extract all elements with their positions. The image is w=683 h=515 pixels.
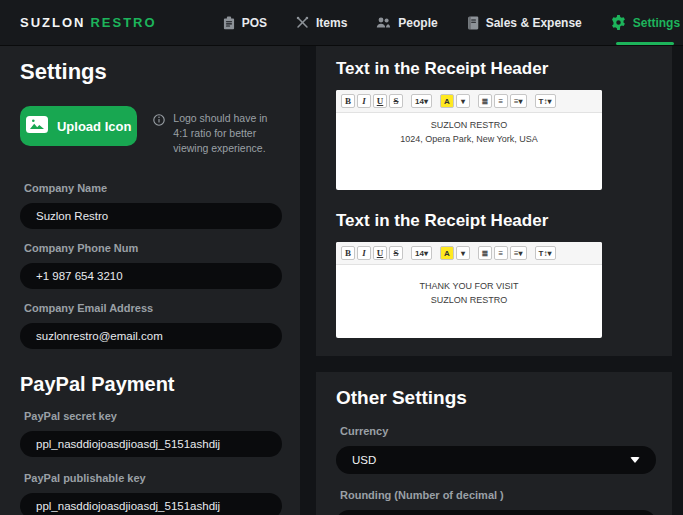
ordered-list-button[interactable]: ≣ [478, 246, 492, 260]
nav-item-pos[interactable]: POS [223, 0, 267, 45]
company-phone-input[interactable] [20, 263, 282, 289]
strikethrough-button[interactable]: S [389, 94, 403, 108]
align-button[interactable]: ≡▾ [510, 246, 527, 260]
nav-item-label: Items [316, 16, 347, 30]
bullet-list-button[interactable]: ≡ [494, 94, 508, 108]
gear-icon [611, 15, 626, 30]
currency-value: USD [352, 454, 376, 466]
receipt-line: THANK YOU FOR VISIT [336, 280, 602, 294]
settings-panel: Settings Upload Icon Logo should have in… [0, 46, 300, 515]
paypal-publishable-key-input[interactable] [20, 493, 282, 515]
company-name-input[interactable] [20, 203, 282, 229]
paypal-secret-key-input[interactable] [20, 431, 282, 457]
currency-label: Currency [336, 425, 652, 438]
top-navbar: SUZLONRESTRO POS Items People [0, 0, 683, 46]
image-icon [26, 116, 48, 136]
underline-button[interactable]: U [373, 246, 387, 260]
nav-item-label: Sales & Expense [486, 16, 582, 30]
receipt-header-content[interactable]: SUZLON RESTRO 1024, Opera Park, New York… [336, 113, 602, 146]
brand-name-primary: SUZLON [20, 15, 85, 30]
clipboard-icon [223, 16, 235, 30]
font-size-button[interactable]: 14▾ [411, 246, 432, 260]
app-window: SUZLONRESTRO POS Items People [0, 0, 683, 515]
people-icon [376, 16, 391, 29]
chevron-down-icon [630, 457, 640, 463]
paypal-secret-key-label: PayPal secret key [20, 410, 282, 423]
text-color-button[interactable]: A [440, 246, 454, 260]
strikethrough-button[interactable]: S [389, 246, 403, 260]
logo-hint: Logo should have in 4:1 ratio for better… [153, 111, 282, 156]
font-size-button[interactable]: 14▾ [411, 94, 432, 108]
text-color-button[interactable]: A [440, 94, 454, 108]
brand-logo[interactable]: SUZLONRESTRO [0, 15, 157, 30]
utensils-icon [296, 16, 309, 29]
editor-toolbar: B I U S 14▾ A ▾ ≣ ≡ ≡▾ T↕▾ [336, 242, 602, 265]
receipt-line: 1024, Opera Park, New York, USA [336, 133, 602, 147]
main-navigation: POS Items People Sales & Expense [223, 0, 683, 45]
receipt-footer-title: Text in the Receipt Header [336, 210, 652, 232]
other-settings-title: Other Settings [336, 386, 652, 410]
text-style-button[interactable]: T↕▾ [535, 246, 556, 260]
receipt-line: SUZLON RESTRO [336, 119, 602, 133]
receipt-text-card: Text in the Receipt Header B I U S 14▾ A… [316, 46, 672, 356]
page-title: Settings [20, 58, 282, 86]
info-icon [153, 112, 165, 156]
editor-toolbar: B I U S 14▾ A ▾ ≣ ≡ ≡▾ T↕▾ [336, 90, 602, 113]
bold-button[interactable]: B [341, 94, 355, 108]
receipt-header-title: Text in the Receipt Header [336, 58, 652, 80]
receipt-footer-content[interactable]: THANK YOU FOR VISIT SUZLON RESTRO [336, 265, 602, 307]
receipt-footer-editor: B I U S 14▾ A ▾ ≣ ≡ ≡▾ T↕▾ THANK YOU FOR… [336, 242, 602, 338]
company-email-label: Company Email Address [20, 302, 282, 315]
nav-item-people[interactable]: People [376, 0, 437, 45]
rounding-input[interactable] [336, 510, 656, 515]
company-name-label: Company Name [20, 182, 282, 195]
italic-button[interactable]: I [357, 94, 371, 108]
company-phone-label: Company Phone Num [20, 242, 282, 255]
highlight-color-button[interactable]: ▾ [456, 246, 470, 260]
nav-item-items[interactable]: Items [296, 0, 347, 45]
nav-item-label: People [398, 16, 437, 30]
underline-button[interactable]: U [373, 94, 387, 108]
bold-button[interactable]: B [341, 246, 355, 260]
align-button[interactable]: ≡▾ [510, 94, 527, 108]
upload-icon-button[interactable]: Upload Icon [20, 106, 137, 146]
ordered-list-button[interactable]: ≣ [478, 94, 492, 108]
highlight-color-button[interactable]: ▾ [456, 94, 470, 108]
brand-name-secondary: RESTRO [90, 15, 156, 30]
upload-button-label: Upload Icon [57, 119, 131, 134]
paypal-publishable-key-label: PayPal publishable key [20, 472, 282, 485]
rounding-label: Rounding (Number of decimal ) [336, 489, 652, 502]
bullet-list-button[interactable]: ≡ [494, 246, 508, 260]
text-style-button[interactable]: T↕▾ [535, 94, 556, 108]
nav-item-sales-expense[interactable]: Sales & Expense [467, 0, 582, 45]
ledger-icon [467, 16, 479, 30]
logo-hint-text: Logo should have in 4:1 ratio for better… [173, 111, 282, 156]
currency-select[interactable]: USD [336, 446, 656, 474]
nav-item-label: POS [242, 16, 267, 30]
italic-button[interactable]: I [357, 246, 371, 260]
logo-upload-row: Upload Icon Logo should have in 4:1 rati… [20, 106, 282, 156]
receipt-header-editor: B I U S 14▾ A ▾ ≣ ≡ ≡▾ T↕▾ SUZLON RESTRO… [336, 90, 602, 190]
other-settings-card: Other Settings Currency USD Rounding (Nu… [316, 372, 672, 515]
nav-item-label: Settings [633, 16, 680, 30]
nav-item-settings[interactable]: Settings [611, 0, 680, 45]
paypal-section-title: PayPal Payment [20, 371, 282, 397]
receipt-line: SUZLON RESTRO [336, 294, 602, 308]
company-email-input[interactable] [20, 323, 282, 349]
